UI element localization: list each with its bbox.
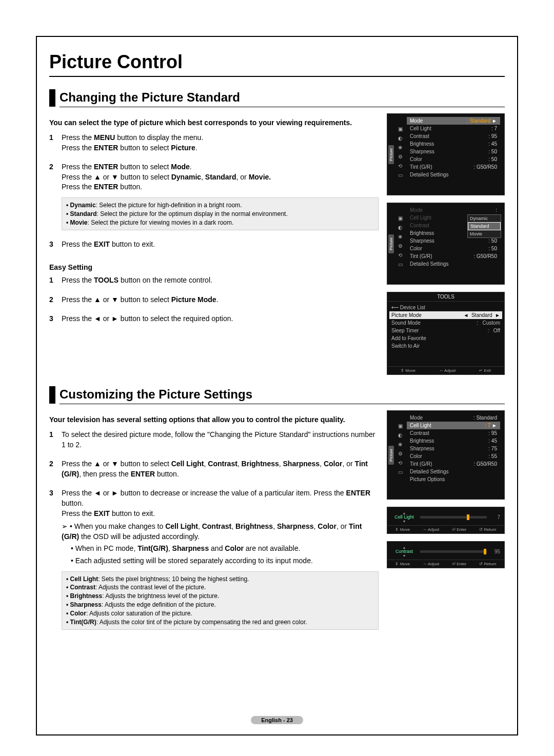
dropdown-option: Movie [468,230,501,237]
osd-row: Contrast: 95 [407,429,500,437]
step-num: 1 [49,430,62,450]
setup-icon: ⚙ [397,242,404,249]
sound-icon: ◐ [397,134,404,142]
play-icon: ► [492,423,497,428]
app-icon: ▭ [397,261,404,268]
easy-setting-title: Easy Setting [49,263,379,271]
step-num: 3 [49,488,62,630]
section-bar [49,386,55,404]
step-num: 3 [49,314,62,324]
s2-step3: Press the ◄ or ► button to decrease or i… [62,488,379,630]
section-bar [49,89,55,107]
easy-step3: Press the ◄ or ► button to select the re… [62,314,379,324]
step-num: 1 [49,275,62,286]
osd-row: Cell Light: 7 [407,125,500,132]
osd-row: Brightness: 45 [407,140,500,148]
osd-row-mode: Mode: Standard ► [407,117,500,125]
step-num: 2 [49,459,62,479]
osd-row: Mode: [407,206,500,214]
osd-row: Tint (G/R): G50/R50 [407,252,500,260]
mode-descriptions: • Dynamic: Select the picture for high-d… [62,197,379,230]
step-num: 1 [49,133,62,153]
tools-row: Sleep Timer: Off [391,327,500,334]
down-arrow-icon: ▼ [403,520,406,523]
osd-row: Color: 55 [407,452,500,460]
play-icon: ► [492,118,497,124]
input-icon: ⟲ [397,251,404,258]
tools-row-picture-mode: Picture Mode◄ Standard ► [389,311,502,319]
osd-panel-3: Picture ▣◐❀⚙⟲▭ Mode: Standard Cell Light… [387,410,505,500]
slider-cell-light: ▲Cell Light▼ 7 ⇕ Move↔ Adjust⏎ Enter↺ Re… [387,507,505,534]
app-icon: ▭ [397,468,404,475]
slider-value: 95 [490,549,500,554]
sound-icon: ◐ [397,224,404,231]
tools-row: ⟵ Device List [391,304,500,311]
slider-contrast: ▲Contrast▼ 95 ⇕ Move↔ Adjust⏎ Enter↺ Ret… [387,541,505,568]
tools-panel: TOOLS ⟵ Device List Picture Mode◄ Standa… [387,292,505,375]
slider-footer: ⇕ Move↔ Adjust⏎ Enter↺ Return [387,560,504,568]
channel-icon: ❀ [397,144,404,151]
osd-row: Picture Options [407,475,500,483]
slider-track [420,516,487,519]
input-icon: ⟲ [397,162,404,169]
app-icon: ▭ [397,171,404,178]
s2-step2: Press the ▲ or ▼ button to select Cell L… [62,459,379,479]
osd-row: Detailed Settings [407,171,500,178]
osd-row: Tint (G/R): G50/R50 [407,163,500,171]
osd-row-cell-light: Cell Light: 7 ► [407,422,500,429]
osd-icon-column: ▣ ◐ ❀ ⚙ ⟲ ▭ [395,125,405,178]
setup-icon: ⚙ [397,450,404,457]
section-heading-1: Changing the Picture Standard [60,89,505,107]
slider-thumb [484,549,486,554]
osd-row: Mode: Standard [407,414,500,422]
osd-row: Sharpness: 50 [407,237,500,245]
definitions-box: • Cell Light: Sets the pixel brightness;… [62,571,379,630]
dropdown-option-selected: Standard [468,222,501,230]
osd-row: Color: 50 [407,155,500,163]
step3-body: Press the EXIT button to exit. [62,240,379,250]
tools-title: TOOLS [387,292,504,302]
osd-icon-column: ▣◐❀⚙⟲▭ [395,214,405,268]
slider-thumb [467,514,469,520]
osd-side-label: Picture [388,145,394,164]
osd-row: Detailed Settings [407,260,500,268]
s2-step1: To select the desired picture mode, foll… [62,430,379,450]
tools-row: Switch to Air [391,342,500,350]
picture-icon: ▣ [397,214,404,222]
osd-row: Contrast: 95 [407,132,500,140]
channel-icon: ❀ [397,233,404,240]
intro-1: You can select the type of picture which… [49,118,379,127]
slider-track [420,550,487,553]
section-heading-2: Customizing the Picture Settings [60,386,505,404]
tools-row: Sound Mode: Custom [391,319,500,327]
step-num: 2 [49,162,62,230]
picture-icon: ▣ [397,422,404,429]
step-num: 2 [49,295,62,305]
picture-icon: ▣ [397,125,404,132]
osd-row: Detailed Settings [407,468,500,475]
page-footer: English - 23 [37,717,517,723]
step2-body: Press the ENTER button to select Mode. P… [62,162,379,230]
setup-icon: ⚙ [397,153,404,160]
slider-value: 7 [490,514,500,520]
step1-body: Press the MENU button to display the men… [62,133,379,153]
page-title: Picture Control [49,51,505,77]
easy-step1: Press the TOOLS button on the remote con… [62,275,379,286]
down-arrow-icon: ▼ [403,554,406,558]
osd-row: Sharpness: 50 [407,148,500,155]
osd-icon-column: ▣◐❀⚙⟲▭ [395,422,405,475]
osd-side-label: Picture [388,446,394,465]
sound-icon: ◐ [397,431,404,439]
channel-icon: ❀ [397,441,404,448]
osd-panel-2: Picture ▣◐❀⚙⟲▭ Mode: Cell Light Contrast… [387,203,505,285]
osd-panel-1: Picture ▣ ◐ ❀ ⚙ ⟲ ▭ Mode: Standard ► Cel… [387,113,505,195]
osd-row: Color: 50 [407,245,500,252]
osd-side-label: Picture [388,234,394,253]
tools-row: Add to Favorite [391,334,500,342]
step-num: 3 [49,240,62,250]
intro-2: Your television has several setting opti… [49,415,379,424]
easy-step2: Press the ▲ or ▼ button to select Pictur… [62,295,379,305]
input-icon: ⟲ [397,459,404,466]
osd-row: Tint (G/R): G50/R50 [407,460,500,468]
slider-footer: ⇕ Move↔ Adjust⏎ Enter↺ Return [387,525,504,533]
